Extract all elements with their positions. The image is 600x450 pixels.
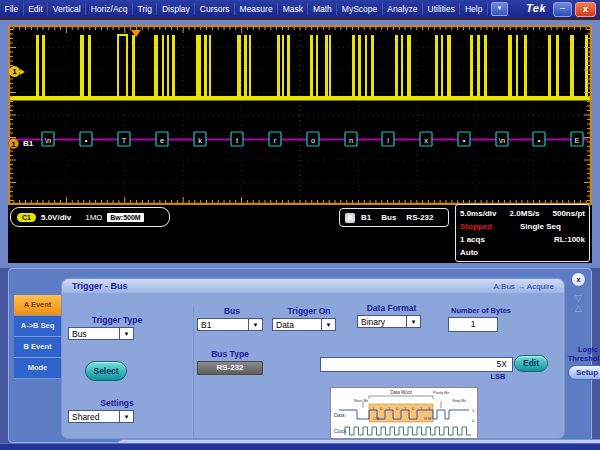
data-word-bracket xyxy=(369,396,433,399)
acq-count: 1 acqs xyxy=(460,233,485,246)
menu-overflow-button[interactable]: ▼ xyxy=(491,2,508,16)
minimize-icon: – xyxy=(560,3,565,13)
scroll-arrows[interactable]: ▽ △ xyxy=(575,293,582,313)
bus-label: Bus xyxy=(197,306,267,316)
trigger-type-value: Bus xyxy=(68,327,120,340)
menu-item-help[interactable]: Help xyxy=(460,3,487,15)
stop-bit-label: Stop Bit xyxy=(452,398,467,403)
bus-decoded-char: • xyxy=(80,132,92,146)
impedance: 1MΩ xyxy=(85,213,102,222)
dialog-titlebar: Trigger - Bus A:Bus → Acquire xyxy=(62,279,564,293)
divider xyxy=(193,307,194,439)
close-icon: x xyxy=(583,4,588,14)
diagram-msb-label: MSB xyxy=(424,417,432,421)
waveform-plot: \n•Tektronix•\n•E xyxy=(8,25,592,205)
tek-logo: Tek xyxy=(526,2,546,14)
bus-decoded-char: • xyxy=(458,132,470,146)
acquisition-readout[interactable]: 5.0ms/div 2.0MS/s 500ns/pt Stopped Singl… xyxy=(455,204,590,262)
menu-item-file[interactable]: File xyxy=(0,3,24,15)
svg-text:\n: \n xyxy=(499,136,505,145)
timebase: 5.0ms/div xyxy=(460,207,496,220)
num-bytes-input[interactable]: 1 xyxy=(448,317,498,332)
tab-aevent[interactable]: A Event xyxy=(14,295,61,316)
select-button[interactable]: Select xyxy=(85,361,127,381)
thresholds-label: Thresholds xyxy=(558,354,600,363)
channel1-arrow-icon xyxy=(20,69,25,75)
data-word-label: Data Word xyxy=(390,390,412,395)
num-bytes-label: Number of Bytes xyxy=(440,306,522,315)
menu-item-math[interactable]: Math xyxy=(308,3,337,15)
menu-item-measure[interactable]: Measure xyxy=(235,3,278,15)
diagram-data-label: Data xyxy=(334,412,345,418)
pattern-field[interactable]: 5X xyxy=(320,357,513,372)
record-length: RL:100k xyxy=(554,233,585,246)
scroll-up-icon[interactable]: △ xyxy=(575,303,582,313)
trigger-on-dropdown[interactable]: Data ▼ xyxy=(272,318,336,331)
bus-type-value: RS-232 xyxy=(197,361,263,375)
bus-readout-kind: Bus xyxy=(381,213,396,222)
trigger-position-marker[interactable] xyxy=(131,30,141,37)
tab-mode[interactable]: Mode xyxy=(14,358,61,379)
graticule: \n•Tektronix•\n•E 1 1 B1 xyxy=(8,25,592,205)
rs232-word-diagram: Data Clock Start Bit Data Word Parity Bi… xyxy=(330,387,478,439)
svg-text:o: o xyxy=(311,136,315,145)
acq-mode: Single Seq xyxy=(520,220,561,233)
menu-item-trig[interactable]: Trig xyxy=(133,3,157,15)
bus-decoded-char: t xyxy=(231,132,243,146)
bus-readout[interactable]: A B1 Bus RS-232 xyxy=(339,208,449,227)
minimize-button[interactable]: – xyxy=(553,2,572,17)
trigger-a-badge: A xyxy=(345,213,355,223)
channel1-marker[interactable]: 1 xyxy=(9,66,20,77)
menu-item-display[interactable]: Display xyxy=(157,3,195,15)
close-button[interactable]: x xyxy=(575,2,596,17)
bus-decoded-char: • xyxy=(533,132,545,146)
menu-item-horizacq[interactable]: Horiz/Acq xyxy=(86,3,133,15)
trigger-on-value: Data xyxy=(272,318,322,331)
bus-decoded-char: i xyxy=(382,132,394,146)
tab-bevent[interactable]: B Event xyxy=(14,337,61,358)
setup-button[interactable]: Setup xyxy=(568,365,600,380)
bus-marker[interactable]: 1 xyxy=(8,138,19,149)
menu-item-mask[interactable]: Mask xyxy=(278,3,308,15)
data-format-dropdown[interactable]: Binary ▼ xyxy=(357,315,421,328)
svg-text:n: n xyxy=(349,136,353,145)
dialog-close-button[interactable]: x xyxy=(571,272,586,287)
svg-text:•: • xyxy=(463,136,466,145)
chevron-down-icon: ▼ xyxy=(120,327,134,340)
trigger-on-label: Trigger On xyxy=(274,306,344,316)
bus-decoded-char: k xyxy=(194,132,206,146)
diagram-low-label: 0 xyxy=(472,418,475,423)
trigger-bus-dialog: Trigger - Bus A:Bus → Acquire Trigger Ty… xyxy=(8,268,592,443)
trigger-type-dropdown[interactable]: Bus ▼ xyxy=(68,327,134,340)
chevron-down-icon: ▼ xyxy=(120,410,134,423)
vertical-scale: 5.0V/div xyxy=(41,213,71,222)
edit-button[interactable]: Edit xyxy=(514,355,548,372)
svg-text:k: k xyxy=(198,136,202,145)
dialog-tabs: A EventA->B SeqB EventMode xyxy=(14,295,61,379)
menu-item-cursors[interactable]: Cursors xyxy=(195,3,235,15)
menu-item-vertical[interactable]: Vertical xyxy=(48,3,86,15)
channel-badge: C1 xyxy=(17,213,36,222)
bus-decoded-char: x xyxy=(420,132,432,146)
menu-item-edit[interactable]: Edit xyxy=(24,3,49,15)
dialog-context-path: A:Bus → Acquire xyxy=(494,282,554,291)
dialog-panel: Trigger - Bus A:Bus → Acquire Trigger Ty… xyxy=(61,278,565,439)
svg-text:•: • xyxy=(538,136,541,145)
tab-abseq[interactable]: A->B Seq xyxy=(14,316,61,337)
logic-label: Logic xyxy=(558,345,600,354)
scroll-down-icon[interactable]: ▽ xyxy=(575,293,582,303)
oscilloscope-screen: FileEditVerticalHoriz/AcqTrigDisplayCurs… xyxy=(0,0,600,450)
trigger-type-label: Trigger Type xyxy=(72,315,162,325)
menu-item-myscope[interactable]: MyScope xyxy=(337,3,382,15)
svg-text:E: E xyxy=(574,136,579,145)
bus-decoded-char: T xyxy=(118,132,130,146)
svg-text:\n: \n xyxy=(45,136,51,145)
bus-readout-name: B1 xyxy=(361,213,371,222)
menu-item-analyze[interactable]: Analyze xyxy=(383,3,423,15)
menu-item-utilities[interactable]: Utilities xyxy=(423,3,460,15)
channel1-readout[interactable]: C1 5.0V/div 1MΩ Bw:500M xyxy=(10,207,170,227)
resolution: 500ns/pt xyxy=(553,207,585,220)
settings-dropdown[interactable]: Shared ▼ xyxy=(68,410,134,423)
bus-dropdown[interactable]: B1 ▼ xyxy=(197,318,263,331)
diagram-high-label: 1 xyxy=(472,408,475,413)
